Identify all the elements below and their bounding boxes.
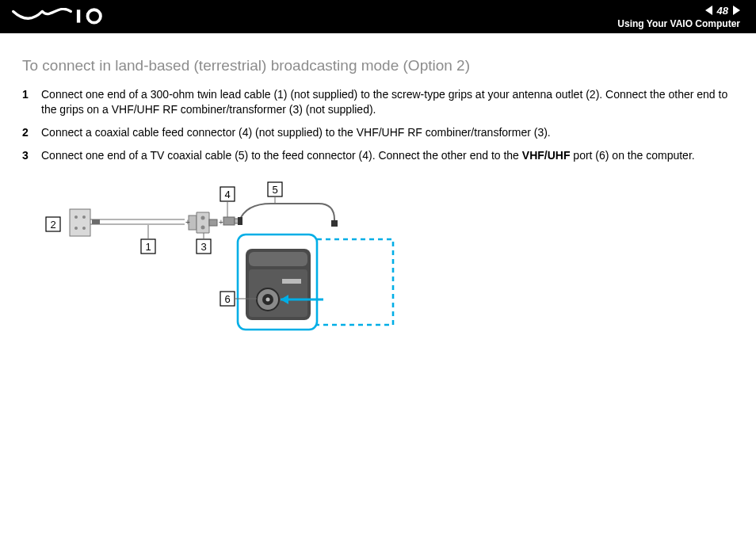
step-item: 3 Connect one end of a TV coaxial cable …: [22, 148, 734, 163]
svg-rect-36: [282, 279, 301, 284]
steps-list: 1 Connect one end of a 300-ohm twin lead…: [22, 87, 734, 163]
callout-1: 1: [145, 240, 151, 252]
svg-text:+: +: [185, 218, 190, 227]
step-number: 1: [22, 87, 41, 117]
svg-rect-16: [209, 219, 217, 226]
step-text: Connect one end of a 300-ohm twin lead c…: [41, 87, 734, 117]
step-number: 2: [22, 125, 41, 140]
step-text-part: port (6) on the computer.: [570, 149, 694, 162]
svg-point-6: [74, 227, 78, 230]
svg-rect-0: [77, 10, 80, 22]
svg-point-35: [266, 297, 270, 301]
svg-point-15: [201, 225, 205, 229]
svg-point-4: [74, 216, 78, 219]
section-title: Using Your VAIO Computer: [617, 18, 740, 29]
svg-rect-32: [249, 269, 307, 317]
next-page-icon[interactable]: [733, 6, 740, 15]
svg-rect-25: [238, 217, 242, 225]
svg-rect-26: [331, 220, 338, 227]
vaio-logo: [11, 8, 106, 25]
step-text: Connect a coaxial cable feed connector (…: [41, 125, 734, 140]
svg-point-1: [88, 10, 101, 22]
prev-page-icon[interactable]: [705, 6, 712, 15]
page-number: 48: [717, 5, 728, 17]
svg-text:+: +: [219, 218, 223, 227]
page-nav: 48: [705, 5, 740, 17]
step-number: 3: [22, 148, 41, 163]
svg-rect-3: [70, 209, 90, 236]
header-right: 48 Using Your VAIO Computer: [617, 5, 740, 29]
svg-rect-23: [223, 217, 235, 225]
callout-2: 2: [50, 218, 55, 230]
svg-point-14: [201, 216, 205, 219]
svg-point-7: [82, 227, 86, 230]
connection-diagram: .co-box { fill:#fff; stroke:#000; stroke…: [30, 177, 734, 344]
step-item: 2 Connect a coaxial cable feed connector…: [22, 125, 734, 140]
svg-point-5: [82, 216, 86, 219]
page-title: To connect in land-based (terrestrial) b…: [22, 57, 734, 74]
callout-4: 4: [224, 188, 230, 200]
step-text: Connect one end of a TV coaxial cable (5…: [41, 148, 734, 163]
step-text-bold: VHF/UHF: [522, 149, 571, 162]
step-item: 1 Connect one end of a 300-ohm twin lead…: [22, 87, 734, 117]
callout-5: 5: [272, 183, 277, 195]
header-bar: 48 Using Your VAIO Computer: [0, 0, 756, 33]
step-text-part: Connect one end of a TV coaxial cable (5…: [41, 149, 522, 162]
callout-6: 6: [224, 292, 230, 304]
svg-rect-31: [249, 252, 307, 266]
page-content: To connect in land-based (terrestrial) b…: [0, 33, 756, 344]
callout-3: 3: [200, 240, 206, 252]
